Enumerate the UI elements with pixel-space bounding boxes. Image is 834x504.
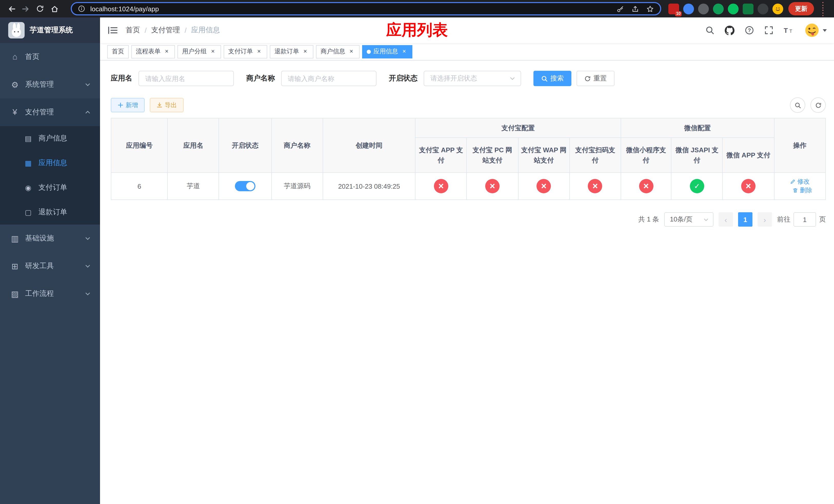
sidebar: 芋道管理系统 ⌂ 首页 ⚙ 系统管理 ¥ 支付管理 <box>0 18 100 504</box>
column-header-alipay-pc: 支付宝 PC 网站支付 <box>467 138 518 173</box>
address-bar[interactable]: localhost:1024/pay/app <box>71 2 661 15</box>
font-size-icon[interactable]: TT <box>784 26 794 35</box>
sidebar-menu: ⌂ 首页 ⚙ 系统管理 ¥ 支付管理 <box>0 43 100 307</box>
breadcrumb-payment[interactable]: 支付管理 <box>151 26 180 35</box>
devtools-icon: ⊞ <box>9 261 21 271</box>
tab-label: 用户分组 <box>182 47 207 56</box>
breadcrumb-current: 应用信息 <box>191 26 220 35</box>
tab-pay-order[interactable]: 支付订单 × <box>224 45 267 58</box>
app-logo[interactable]: 芋道管理系统 <box>0 18 100 43</box>
right-toolbar <box>790 97 826 113</box>
extension-shield-icon[interactable]: 10 <box>668 3 679 14</box>
search-icon[interactable] <box>705 26 715 35</box>
sidebar-item-system[interactable]: ⚙ 系统管理 <box>0 71 100 98</box>
extension-green-leaf-icon[interactable] <box>713 3 724 14</box>
key-icon[interactable] <box>616 5 624 13</box>
sidebar-item-payment[interactable]: ¥ 支付管理 <box>0 98 100 126</box>
site-info-icon[interactable] <box>78 5 85 12</box>
tab-close-icon[interactable]: × <box>348 48 355 55</box>
tab-close-icon[interactable]: × <box>302 48 309 55</box>
tab-process-form[interactable]: 流程表单 × <box>131 45 175 58</box>
column-header-status: 开启状态 <box>219 118 271 173</box>
logo-avatar <box>8 22 25 39</box>
tab-close-icon[interactable]: × <box>163 48 170 55</box>
cell-wechat-app <box>723 173 774 200</box>
extension-green-book-icon[interactable] <box>743 3 753 14</box>
chevron-down-icon <box>85 82 91 88</box>
edit-link-label: 修改 <box>797 177 810 186</box>
cell-alipay-pc <box>467 173 518 200</box>
tab-home[interactable]: 首页 <box>107 45 129 58</box>
home-icon[interactable] <box>47 2 62 16</box>
add-button[interactable]: 新增 <box>111 98 145 112</box>
cell-app-name: 芋道 <box>168 173 219 200</box>
back-icon[interactable] <box>4 2 19 16</box>
gear-icon: ⚙ <box>9 80 21 90</box>
sidebar-item-refund-order[interactable]: ▢ 退款订单 <box>0 200 100 225</box>
reset-button[interactable]: 重置 <box>576 71 614 86</box>
reload-icon[interactable] <box>33 2 47 16</box>
group-header-wechat: 微信配置 <box>621 118 774 138</box>
tab-refund-order[interactable]: 退款订单 × <box>270 45 313 58</box>
extension-blue-icon[interactable] <box>683 3 694 14</box>
cell-wechat-mini <box>621 173 671 200</box>
extension-wechat-icon[interactable] <box>728 3 739 14</box>
sidebar-item-merchant-info[interactable]: ▤ 商户信息 <box>0 126 100 151</box>
github-icon[interactable] <box>725 25 734 35</box>
tab-app-info[interactable]: 应用信息 × <box>362 45 412 58</box>
next-page-button[interactable]: › <box>758 212 772 227</box>
sidebar-item-infrastructure[interactable]: ▥ 基础设施 <box>0 225 100 252</box>
share-icon[interactable] <box>631 5 639 13</box>
tab-label: 首页 <box>112 47 124 56</box>
tab-close-icon[interactable]: × <box>209 48 216 55</box>
sidebar-item-app-info[interactable]: ▦ 应用信息 <box>0 151 100 175</box>
app-name-input[interactable] <box>138 71 234 86</box>
extension-emoji-icon[interactable] <box>772 3 783 14</box>
active-dot <box>367 49 371 53</box>
user-menu[interactable] <box>804 23 827 38</box>
sidebar-item-home[interactable]: ⌂ 首页 <box>0 43 100 71</box>
extension-gray-icon[interactable] <box>698 3 709 14</box>
sidebar-item-workflow[interactable]: ▨ 工作流程 <box>0 280 100 307</box>
goto-page-input[interactable] <box>793 212 816 227</box>
tab-close-icon[interactable]: × <box>401 48 408 55</box>
forward-icon[interactable] <box>19 2 33 16</box>
export-button[interactable]: 导出 <box>150 98 184 112</box>
extension-badge: 10 <box>675 11 682 16</box>
breadcrumb-home[interactable]: 首页 <box>126 26 140 35</box>
cell-created: 2021-10-23 08:49:25 <box>323 173 415 200</box>
tab-user-group[interactable]: 用户分组 × <box>177 45 221 58</box>
enabled-toggle[interactable] <box>235 181 256 191</box>
status-select[interactable]: 请选择开启状态 <box>424 71 521 86</box>
browser-menu-icon[interactable]: ⋮⋮ <box>814 1 830 17</box>
bookmark-star-icon[interactable] <box>646 5 654 13</box>
cross-circle-icon <box>639 179 653 193</box>
browser-update-button[interactable]: 更新 <box>788 2 814 15</box>
merchant-name-input[interactable] <box>281 71 376 86</box>
tags-view: 首页 流程表单 × 用户分组 × 支付订单 × <box>100 43 834 61</box>
tab-merchant-info[interactable]: 商户信息 × <box>316 45 359 58</box>
toggle-search-icon[interactable] <box>790 97 805 113</box>
app-table: 应用编号 应用名 开启状态 商户名称 创建时间 支付宝配置 微信配置 操作 支付… <box>111 118 826 200</box>
check-circle-icon <box>690 179 704 193</box>
sidebar-item-devtools[interactable]: ⊞ 研发工具 <box>0 252 100 280</box>
refresh-icon[interactable] <box>810 97 826 113</box>
edit-link[interactable]: 修改 <box>790 177 810 186</box>
sidebar-item-pay-order[interactable]: ◉ 支付订单 <box>0 175 100 200</box>
svg-text:T: T <box>784 27 788 35</box>
help-icon[interactable]: ? <box>745 26 754 35</box>
breadcrumb: 首页 / 支付管理 / 应用信息 <box>126 26 220 35</box>
page-size-value: 10条/页 <box>670 215 693 224</box>
tab-close-icon[interactable]: × <box>256 48 263 55</box>
page-size-select[interactable]: 10条/页 <box>664 212 714 227</box>
delete-link[interactable]: 删除 <box>793 186 812 195</box>
fullscreen-icon[interactable] <box>764 26 773 35</box>
cell-alipay-qr <box>570 173 621 200</box>
avatar <box>804 23 820 38</box>
sidebar-toggle-icon[interactable] <box>100 18 126 43</box>
extension-puzzle-icon[interactable] <box>758 3 768 14</box>
page-number-1[interactable]: 1 <box>738 212 752 227</box>
url-text[interactable]: localhost:1024/pay/app <box>90 5 616 13</box>
prev-page-button[interactable]: ‹ <box>719 212 733 227</box>
search-button[interactable]: 搜索 <box>533 71 571 86</box>
